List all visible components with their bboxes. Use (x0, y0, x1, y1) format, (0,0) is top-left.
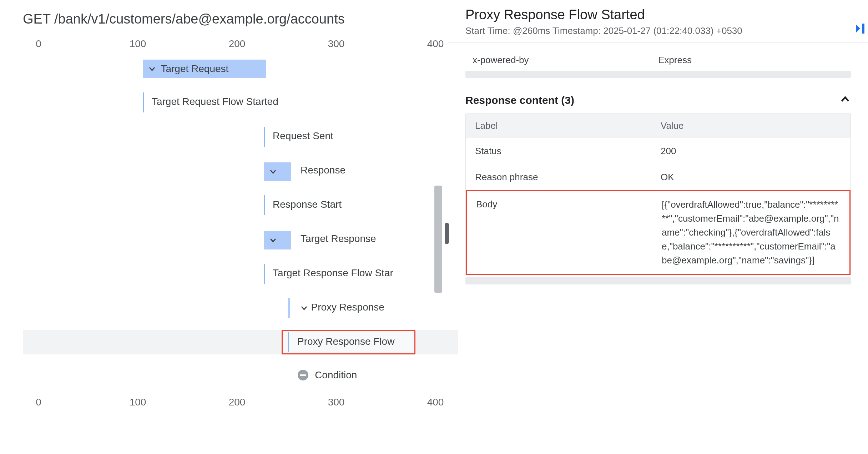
collapse-panel-icon[interactable] (855, 23, 864, 34)
cell-value: 200 (661, 145, 841, 157)
row-label: Proxy Response Flow (297, 336, 394, 347)
timeline-row-target-response-flow-started[interactable]: Target Response Flow Star (39, 257, 435, 291)
details-subtitle: Start Time: @260ms Timestamp: 2025-01-27… (465, 25, 851, 36)
chevron-up-icon (839, 94, 851, 107)
row-label: Condition (315, 369, 357, 381)
axis-tick: 100 (130, 397, 146, 408)
cell-label: Body (476, 198, 662, 267)
trace-timeline-panel: GET /bank/v1/customers/abe@example.org/a… (0, 0, 448, 454)
section-title: Response content (3) (465, 94, 574, 106)
row-label: Request Sent (273, 130, 333, 142)
chevron-down-icon (300, 304, 308, 312)
axis-tick: 300 (328, 38, 345, 50)
details-title: Proxy Response Flow Started (465, 7, 851, 22)
response-content-table: Label Value Status 200 Reason phrase OK … (465, 113, 851, 275)
header-value: Express (658, 55, 844, 66)
section-header[interactable]: Response content (3) (465, 94, 851, 107)
row-label: Response (301, 165, 345, 176)
cell-label: Reason phrase (475, 171, 661, 183)
axis-tick: 200 (229, 38, 246, 50)
details-header: Proxy Response Flow Started Start Time: … (448, 7, 868, 42)
timeline-axis-bottom: 0 100 200 300 400 (39, 394, 435, 409)
row-label: Proxy Response (311, 302, 384, 313)
timeline-rows: Target Request Target Request Flow Start… (39, 51, 435, 394)
row-label: Target Request (161, 63, 228, 75)
col-value: Value (661, 120, 841, 131)
timeline-row-response-start[interactable]: Response Start (39, 188, 435, 222)
header-kv-row: x-powered-by Express (465, 51, 851, 69)
scrollbar-horizontal[interactable] (465, 277, 851, 284)
chevron-down-icon (148, 65, 156, 73)
axis-tick: 400 (427, 38, 444, 50)
row-label: Target Request Flow Started (152, 96, 278, 107)
axis-tick: 300 (328, 397, 345, 408)
details-panel: Proxy Response Flow Started Start Time: … (448, 0, 868, 454)
timeline-row-target-response[interactable]: Target Response (39, 222, 435, 257)
timeline-row-request-sent[interactable]: Request Sent (39, 120, 435, 154)
table-row: Reason phrase OK (466, 164, 851, 190)
scrollbar-horizontal[interactable] (465, 71, 851, 78)
row-label: Target Response Flow Star (273, 267, 393, 279)
axis-tick: 200 (229, 397, 246, 408)
axis-tick: 0 (36, 397, 41, 408)
request-method: GET (23, 11, 50, 26)
panel-resize-handle[interactable] (445, 223, 449, 244)
col-label: Label (475, 120, 661, 131)
timeline-axis-top: 0 100 200 300 400 (39, 38, 435, 51)
cell-value: OK (661, 171, 841, 183)
timeline-row-target-request-flow-started[interactable]: Target Request Flow Started (39, 85, 435, 120)
axis-tick: 400 (427, 397, 444, 408)
row-label: Response Start (273, 199, 342, 210)
cell-label: Status (475, 145, 661, 157)
minus-circle-icon (298, 370, 308, 380)
header-key: x-powered-by (473, 55, 658, 66)
timeline-row-condition[interactable]: Condition (39, 359, 435, 394)
chevron-down-icon (269, 167, 277, 176)
table-row: Status 200 (466, 138, 851, 164)
axis-tick: 0 (36, 38, 41, 50)
request-path: /bank/v1/customers/abe@example.org/accou… (54, 11, 345, 26)
chevron-down-icon (269, 236, 277, 244)
timeline: 0 100 200 300 400 Target Request Target … (23, 38, 435, 409)
timeline-row-proxy-response-flow[interactable]: Proxy Response Flow (39, 325, 435, 359)
axis-tick: 100 (130, 38, 146, 50)
scrollbar-vertical[interactable] (434, 186, 442, 293)
request-title: GET /bank/v1/customers/abe@example.org/a… (23, 10, 435, 28)
table-header-row: Label Value (466, 114, 851, 138)
timeline-row-response[interactable]: Response (39, 154, 435, 188)
cell-value: [{"overdraftAllowed":true,"balance":"***… (662, 198, 840, 267)
table-row-body: Body [{"overdraftAllowed":true,"balance"… (466, 190, 851, 275)
row-label: Target Response (301, 233, 376, 244)
timeline-row-target-request[interactable]: Target Request (39, 51, 435, 85)
timeline-row-proxy-response[interactable]: Proxy Response (39, 291, 435, 325)
